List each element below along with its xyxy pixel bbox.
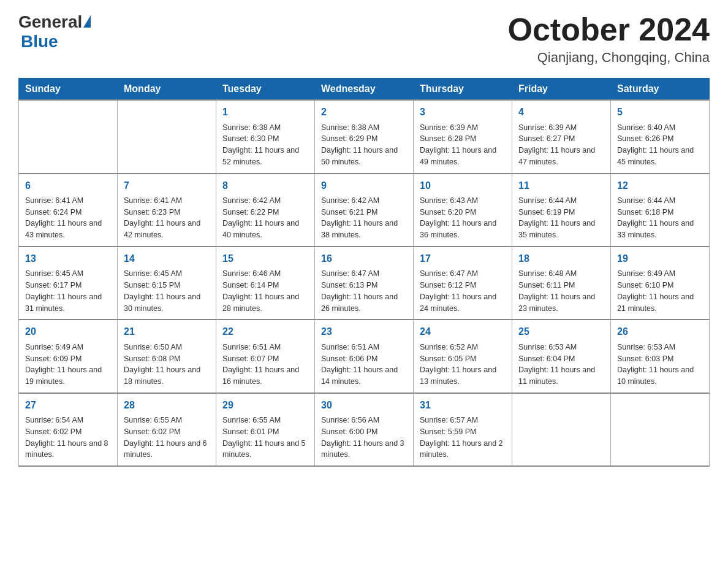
day-number: 29	[222, 399, 308, 412]
day-cell: 1Sunrise: 6:38 AMSunset: 6:30 PMDaylight…	[216, 100, 315, 173]
day-number: 24	[420, 325, 506, 339]
day-number: 3	[420, 105, 506, 119]
day-number: 18	[518, 252, 604, 266]
day-number: 13	[25, 252, 111, 266]
day-number: 8	[222, 179, 308, 193]
day-info: Sunrise: 6:44 AMSunset: 6:18 PMDaylight:…	[617, 195, 703, 241]
header-row: SundayMondayTuesdayWednesdayThursdayFrid…	[19, 79, 710, 101]
day-cell: 16Sunrise: 6:47 AMSunset: 6:13 PMDayligh…	[315, 247, 414, 320]
day-cell: 29Sunrise: 6:55 AMSunset: 6:01 PMDayligh…	[216, 393, 315, 466]
day-cell: 31Sunrise: 6:57 AMSunset: 5:59 PMDayligh…	[414, 393, 512, 466]
logo: General	[18, 12, 91, 32]
header: General Blue October 2024 Qianjiang, Cho…	[18, 12, 710, 66]
day-info: Sunrise: 6:50 AMSunset: 6:08 PMDaylight:…	[124, 342, 210, 388]
day-cell: 8Sunrise: 6:42 AMSunset: 6:22 PMDaylight…	[216, 174, 315, 247]
column-header-wednesday: Wednesday	[315, 79, 414, 101]
day-number: 30	[321, 399, 407, 412]
day-cell: 27Sunrise: 6:54 AMSunset: 6:02 PMDayligh…	[19, 393, 118, 466]
day-info: Sunrise: 6:57 AMSunset: 5:59 PMDaylight:…	[420, 415, 506, 461]
day-info: Sunrise: 6:51 AMSunset: 6:06 PMDaylight:…	[321, 342, 407, 388]
day-cell: 9Sunrise: 6:42 AMSunset: 6:21 PMDaylight…	[315, 174, 414, 247]
day-cell: 18Sunrise: 6:48 AMSunset: 6:11 PMDayligh…	[512, 247, 611, 320]
week-row-5: 27Sunrise: 6:54 AMSunset: 6:02 PMDayligh…	[19, 393, 710, 466]
calendar-title: October 2024	[508, 12, 710, 47]
day-cell: 6Sunrise: 6:41 AMSunset: 6:24 PMDaylight…	[19, 174, 118, 247]
day-number: 23	[321, 325, 407, 339]
week-row-2: 6Sunrise: 6:41 AMSunset: 6:24 PMDaylight…	[19, 174, 710, 247]
day-cell: 24Sunrise: 6:52 AMSunset: 6:05 PMDayligh…	[414, 320, 512, 393]
day-number: 16	[321, 252, 407, 266]
logo-general-text: General	[18, 12, 82, 32]
day-cell: 5Sunrise: 6:40 AMSunset: 6:26 PMDaylight…	[611, 100, 710, 173]
day-info: Sunrise: 6:41 AMSunset: 6:24 PMDaylight:…	[25, 195, 111, 241]
day-cell	[512, 393, 611, 466]
calendar-subtitle: Qianjiang, Chongqing, China	[508, 50, 710, 66]
logo-blue-text: Blue	[21, 32, 58, 51]
day-cell: 19Sunrise: 6:49 AMSunset: 6:10 PMDayligh…	[611, 247, 710, 320]
day-info: Sunrise: 6:54 AMSunset: 6:02 PMDaylight:…	[25, 415, 111, 461]
day-cell: 30Sunrise: 6:56 AMSunset: 6:00 PMDayligh…	[315, 393, 414, 466]
day-number: 20	[25, 325, 111, 339]
day-info: Sunrise: 6:39 AMSunset: 6:28 PMDaylight:…	[420, 122, 506, 168]
day-number: 12	[617, 179, 703, 193]
day-info: Sunrise: 6:47 AMSunset: 6:12 PMDaylight:…	[420, 268, 506, 314]
day-cell: 10Sunrise: 6:43 AMSunset: 6:20 PMDayligh…	[414, 174, 512, 247]
day-info: Sunrise: 6:38 AMSunset: 6:30 PMDaylight:…	[222, 122, 308, 168]
title-area: October 2024 Qianjiang, Chongqing, China	[508, 12, 710, 66]
day-info: Sunrise: 6:39 AMSunset: 6:27 PMDaylight:…	[518, 122, 604, 168]
day-number: 15	[222, 252, 308, 266]
day-cell: 11Sunrise: 6:44 AMSunset: 6:19 PMDayligh…	[512, 174, 611, 247]
day-info: Sunrise: 6:48 AMSunset: 6:11 PMDaylight:…	[518, 268, 604, 314]
day-info: Sunrise: 6:53 AMSunset: 6:03 PMDaylight:…	[617, 342, 703, 388]
day-number: 31	[420, 399, 506, 412]
day-cell: 21Sunrise: 6:50 AMSunset: 6:08 PMDayligh…	[118, 320, 216, 393]
day-cell: 4Sunrise: 6:39 AMSunset: 6:27 PMDaylight…	[512, 100, 611, 173]
day-number: 22	[222, 325, 308, 339]
week-row-1: 1Sunrise: 6:38 AMSunset: 6:30 PMDaylight…	[19, 100, 710, 173]
day-info: Sunrise: 6:42 AMSunset: 6:22 PMDaylight:…	[222, 195, 308, 241]
day-info: Sunrise: 6:52 AMSunset: 6:05 PMDaylight:…	[420, 342, 506, 388]
day-info: Sunrise: 6:41 AMSunset: 6:23 PMDaylight:…	[124, 195, 210, 241]
day-number: 6	[25, 179, 111, 193]
logo-area: General Blue	[18, 12, 91, 52]
day-info: Sunrise: 6:55 AMSunset: 6:01 PMDaylight:…	[222, 415, 308, 461]
day-number: 11	[518, 179, 604, 193]
day-number: 25	[518, 325, 604, 339]
column-header-thursday: Thursday	[414, 79, 512, 101]
day-info: Sunrise: 6:51 AMSunset: 6:07 PMDaylight:…	[222, 342, 308, 388]
day-info: Sunrise: 6:49 AMSunset: 6:09 PMDaylight:…	[25, 342, 111, 388]
day-info: Sunrise: 6:43 AMSunset: 6:20 PMDaylight:…	[420, 195, 506, 241]
day-cell: 28Sunrise: 6:55 AMSunset: 6:02 PMDayligh…	[118, 393, 216, 466]
day-number: 26	[617, 325, 703, 339]
column-header-monday: Monday	[118, 79, 216, 101]
calendar-table: SundayMondayTuesdayWednesdayThursdayFrid…	[18, 78, 710, 467]
day-info: Sunrise: 6:45 AMSunset: 6:17 PMDaylight:…	[25, 268, 111, 314]
day-info: Sunrise: 6:46 AMSunset: 6:14 PMDaylight:…	[222, 268, 308, 314]
logo-triangle-icon	[83, 15, 91, 28]
week-row-3: 13Sunrise: 6:45 AMSunset: 6:17 PMDayligh…	[19, 247, 710, 320]
column-header-tuesday: Tuesday	[216, 79, 315, 101]
week-row-4: 20Sunrise: 6:49 AMSunset: 6:09 PMDayligh…	[19, 320, 710, 393]
column-header-friday: Friday	[512, 79, 611, 101]
day-info: Sunrise: 6:42 AMSunset: 6:21 PMDaylight:…	[321, 195, 407, 241]
day-cell: 26Sunrise: 6:53 AMSunset: 6:03 PMDayligh…	[611, 320, 710, 393]
day-cell: 3Sunrise: 6:39 AMSunset: 6:28 PMDaylight…	[414, 100, 512, 173]
day-info: Sunrise: 6:40 AMSunset: 6:26 PMDaylight:…	[617, 122, 703, 168]
day-number: 21	[124, 325, 210, 339]
day-info: Sunrise: 6:53 AMSunset: 6:04 PMDaylight:…	[518, 342, 604, 388]
day-cell: 17Sunrise: 6:47 AMSunset: 6:12 PMDayligh…	[414, 247, 512, 320]
day-cell: 20Sunrise: 6:49 AMSunset: 6:09 PMDayligh…	[19, 320, 118, 393]
column-header-sunday: Sunday	[19, 79, 118, 101]
day-cell: 12Sunrise: 6:44 AMSunset: 6:18 PMDayligh…	[611, 174, 710, 247]
day-cell: 15Sunrise: 6:46 AMSunset: 6:14 PMDayligh…	[216, 247, 315, 320]
day-number: 1	[222, 105, 308, 119]
day-number: 10	[420, 179, 506, 193]
day-info: Sunrise: 6:49 AMSunset: 6:10 PMDaylight:…	[617, 268, 703, 314]
day-cell	[611, 393, 710, 466]
day-cell: 25Sunrise: 6:53 AMSunset: 6:04 PMDayligh…	[512, 320, 611, 393]
day-info: Sunrise: 6:38 AMSunset: 6:29 PMDaylight:…	[321, 122, 407, 168]
day-info: Sunrise: 6:55 AMSunset: 6:02 PMDaylight:…	[124, 415, 210, 461]
day-number: 27	[25, 399, 111, 412]
day-info: Sunrise: 6:56 AMSunset: 6:00 PMDaylight:…	[321, 415, 407, 461]
day-cell	[118, 100, 216, 173]
